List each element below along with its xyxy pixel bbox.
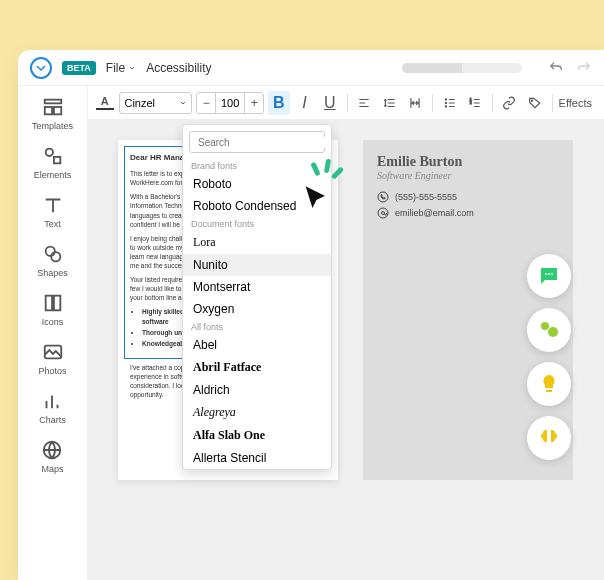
increase-size-button[interactable]: + xyxy=(245,96,263,110)
text-color-button[interactable]: A xyxy=(94,91,115,115)
sidebar-item-icons[interactable]: Icons xyxy=(42,292,64,327)
letter-spacing-button[interactable] xyxy=(404,91,425,115)
profile-name: Emilie Burton xyxy=(377,154,559,170)
svg-point-5 xyxy=(45,247,54,256)
sidebar-item-label: Templates xyxy=(32,121,73,131)
link-button[interactable] xyxy=(499,91,520,115)
font-option[interactable]: Abel xyxy=(183,334,331,356)
bold-button[interactable]: B xyxy=(268,91,289,115)
font-option[interactable]: Allerta Stencil xyxy=(183,447,331,469)
sidebar-item-shapes[interactable]: Shapes xyxy=(37,243,68,278)
font-size-stepper[interactable]: − 100 + xyxy=(196,92,264,114)
progress-bar xyxy=(402,63,522,73)
font-dropdown: Brand fonts Roboto Roboto Condensed Docu… xyxy=(182,124,332,470)
svg-point-16 xyxy=(531,100,532,101)
font-size-value[interactable]: 100 xyxy=(215,93,245,113)
logo-icon xyxy=(30,57,52,79)
font-option[interactable]: Oxygen xyxy=(183,298,331,320)
undo-icon[interactable] xyxy=(548,60,564,76)
svg-point-11 xyxy=(445,98,446,99)
font-option[interactable]: Alegreya xyxy=(183,401,331,424)
font-option[interactable]: Lora xyxy=(183,231,331,254)
sidebar-item-maps[interactable]: Maps xyxy=(41,439,63,474)
sidebar-item-label: Charts xyxy=(39,415,66,425)
chevron-down-icon xyxy=(179,99,187,107)
svg-point-22 xyxy=(548,273,550,275)
profile-phone-value: (555)-555-5555 xyxy=(395,192,457,202)
decrease-size-button[interactable]: − xyxy=(197,96,215,110)
profile-panel: Emilie Burton Software Engineer (555)-55… xyxy=(363,140,573,480)
sidebar-item-label: Elements xyxy=(34,170,72,180)
text-toolbar: A Cinzel − 100 + B I U 12 xyxy=(88,86,604,120)
font-option[interactable]: Alfa Slab One xyxy=(183,424,331,447)
sidebar-item-elements[interactable]: Elements xyxy=(34,145,72,180)
font-search-input[interactable] xyxy=(198,137,325,148)
sidebar: Templates Elements Text Shapes Icons Pho… xyxy=(18,86,88,580)
svg-point-13 xyxy=(445,105,446,106)
svg-point-25 xyxy=(548,327,558,337)
redo-icon[interactable] xyxy=(576,60,592,76)
sidebar-item-label: Photos xyxy=(38,366,66,376)
cursor-icon xyxy=(298,180,336,222)
font-family-value: Cinzel xyxy=(124,97,155,109)
dropdown-section-all: All fonts xyxy=(183,320,331,334)
svg-rect-1 xyxy=(44,107,51,114)
effects-button[interactable]: Effects xyxy=(559,97,592,109)
sidebar-item-charts[interactable]: Charts xyxy=(39,390,66,425)
svg-rect-4 xyxy=(53,157,59,163)
align-button[interactable] xyxy=(353,91,374,115)
app-window: BETA File Accessibility Templates Elemen… xyxy=(18,50,604,580)
svg-point-3 xyxy=(45,149,52,156)
svg-rect-2 xyxy=(53,107,60,114)
svg-rect-8 xyxy=(53,296,59,311)
brain-chip[interactable] xyxy=(527,416,571,460)
accessibility-menu[interactable]: Accessibility xyxy=(146,61,211,75)
topbar: BETA File Accessibility xyxy=(18,50,604,86)
file-menu[interactable]: File xyxy=(106,61,136,75)
svg-point-18 xyxy=(378,192,388,202)
idea-chip[interactable] xyxy=(527,362,571,406)
canvas[interactable]: Brand fonts Roboto Roboto Condensed Docu… xyxy=(88,120,604,580)
profile-email: emilieb@email.com xyxy=(377,207,559,219)
svg-rect-0 xyxy=(44,100,61,104)
italic-button[interactable]: I xyxy=(294,91,315,115)
beta-badge: BETA xyxy=(62,61,96,75)
sidebar-item-text[interactable]: Text xyxy=(42,194,64,229)
font-option-selected[interactable]: Nunito xyxy=(183,254,331,276)
at-icon xyxy=(377,207,389,219)
file-menu-label: File xyxy=(106,61,125,75)
profile-phone: (555)-555-5555 xyxy=(377,191,559,203)
svg-rect-7 xyxy=(45,296,51,311)
svg-point-6 xyxy=(51,252,60,261)
font-option[interactable]: Montserrat xyxy=(183,276,331,298)
font-family-select[interactable]: Cinzel xyxy=(119,92,192,114)
settings-chip[interactable] xyxy=(527,308,571,352)
svg-rect-26 xyxy=(546,390,552,392)
sidebar-item-label: Shapes xyxy=(37,268,68,278)
phone-icon xyxy=(377,191,389,203)
numbered-list-button[interactable]: 12 xyxy=(464,91,485,115)
chevron-down-icon xyxy=(128,64,136,72)
profile-role: Software Engineer xyxy=(377,170,559,181)
sidebar-item-label: Text xyxy=(44,219,61,229)
chat-chip[interactable] xyxy=(527,254,571,298)
tag-button[interactable] xyxy=(524,91,545,115)
svg-point-12 xyxy=(445,102,446,103)
profile-email-value: emilieb@email.com xyxy=(395,208,474,218)
line-height-button[interactable] xyxy=(379,91,400,115)
sidebar-item-label: Maps xyxy=(41,464,63,474)
svg-text:2: 2 xyxy=(470,101,472,105)
font-option[interactable]: Aldrich xyxy=(183,379,331,401)
underline-button[interactable]: U xyxy=(319,91,340,115)
sidebar-item-templates[interactable]: Templates xyxy=(32,96,73,131)
bullet-list-button[interactable] xyxy=(439,91,460,115)
font-search[interactable] xyxy=(189,131,325,153)
font-option[interactable]: Abril Fatface xyxy=(183,356,331,379)
dropdown-section-brand: Brand fonts xyxy=(183,159,331,173)
sidebar-item-label: Icons xyxy=(42,317,64,327)
sidebar-item-photos[interactable]: Photos xyxy=(38,341,66,376)
svg-point-24 xyxy=(541,322,549,330)
svg-point-21 xyxy=(545,273,547,275)
svg-point-23 xyxy=(551,273,553,275)
